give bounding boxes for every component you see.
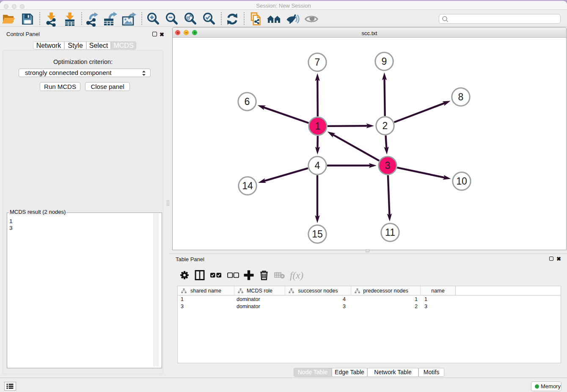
svg-text:3: 3 <box>385 160 391 171</box>
svg-text:2: 2 <box>383 120 388 131</box>
svg-text:4: 4 <box>315 160 320 171</box>
svg-text:10: 10 <box>456 176 467 187</box>
svg-text:8: 8 <box>458 91 464 102</box>
svg-text:14: 14 <box>242 180 253 191</box>
svg-text:15: 15 <box>312 229 323 240</box>
svg-text:11: 11 <box>385 227 395 238</box>
svg-text:6: 6 <box>245 96 250 107</box>
svg-text:1: 1 <box>315 121 321 132</box>
svg-text:f(x): f(x) <box>290 270 303 281</box>
svg-text:7: 7 <box>315 57 320 68</box>
svg-text:9: 9 <box>382 56 387 67</box>
